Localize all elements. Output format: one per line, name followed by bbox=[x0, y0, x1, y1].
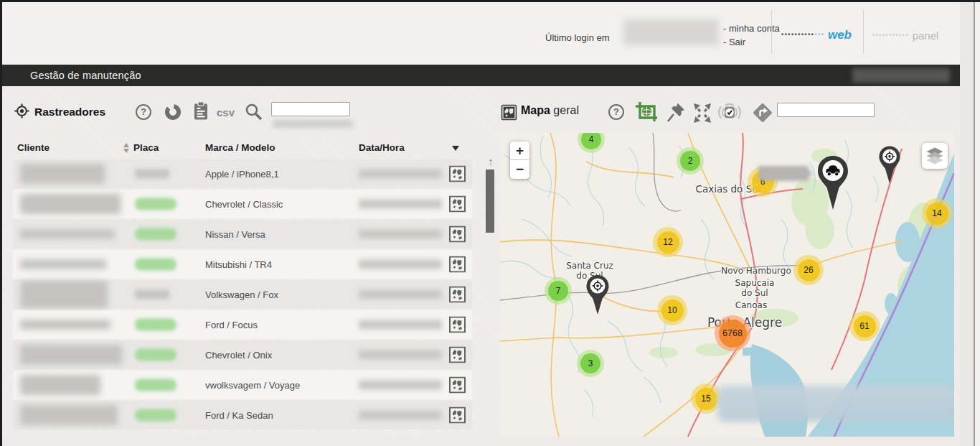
loading-donut-icon[interactable] bbox=[164, 103, 182, 121]
pushpin-icon[interactable] bbox=[666, 102, 686, 124]
cliente-redacted bbox=[20, 194, 121, 214]
user-name-redacted bbox=[623, 19, 719, 45]
redacted-action-button[interactable] bbox=[852, 68, 950, 83]
marca-modelo: Mitsubishi / TR4 bbox=[205, 259, 272, 270]
page-title: Gestão de manutenção bbox=[30, 70, 141, 81]
scrollbar-up-arrow[interactable]: ↑ bbox=[486, 155, 496, 168]
marca-modelo: vwolksvagem / Voyage bbox=[205, 380, 300, 391]
car-pin[interactable] bbox=[816, 155, 849, 210]
trackers-search-input[interactable] bbox=[271, 102, 350, 116]
data-hora-redacted bbox=[359, 169, 442, 179]
show-on-map-button[interactable] bbox=[449, 196, 466, 213]
trackers-table-body: Apple / iPhone8,1Chevrolet / ClassicNiss… bbox=[13, 159, 472, 431]
expand-icon[interactable] bbox=[691, 102, 714, 124]
tracker-row[interactable]: vwolksvagem / Voyage bbox=[13, 371, 472, 399]
data-hora-redacted bbox=[359, 290, 442, 299]
cluster-count: 4 bbox=[581, 133, 601, 149]
top-header: Último login em - minha conta - Sair •••… bbox=[2, 2, 960, 65]
col-data-hora[interactable]: Data/Hora bbox=[359, 142, 405, 153]
locate-pin-right[interactable] bbox=[878, 145, 901, 185]
cliente-redacted bbox=[20, 405, 118, 425]
map-title-rest: geral bbox=[550, 104, 579, 116]
cluster-marker-14[interactable]: 14 bbox=[922, 198, 952, 228]
map-canvas[interactable]: Caxias do SulSanta Cruzdo SulNovo Hambur… bbox=[500, 133, 954, 437]
tracker-row[interactable]: Apple / iPhone8,1 bbox=[13, 159, 472, 188]
show-on-map-button[interactable] bbox=[449, 226, 466, 243]
brand-logo-web[interactable]: ••••••••••••• web bbox=[781, 28, 852, 42]
cluster-count: 10 bbox=[661, 299, 684, 322]
show-on-map-button[interactable] bbox=[449, 347, 466, 363]
show-on-map-button[interactable] bbox=[449, 407, 466, 424]
cliente-redacted bbox=[20, 281, 108, 308]
cluster-marker-2[interactable]: 2 bbox=[677, 147, 704, 175]
layers-control[interactable] bbox=[922, 143, 948, 169]
tracker-row[interactable]: Mitsubishi / TR4 bbox=[13, 250, 472, 279]
col-placa[interactable]: Placa bbox=[133, 142, 159, 153]
radar-check-icon[interactable] bbox=[716, 100, 743, 125]
help-icon[interactable]: ? bbox=[136, 104, 151, 120]
col-marca-modelo[interactable]: Marca / Modelo bbox=[205, 142, 275, 153]
turn-route-icon[interactable] bbox=[753, 103, 773, 123]
cluster-count: 26 bbox=[798, 259, 820, 282]
cluster-marker-26[interactable]: 26 bbox=[793, 255, 824, 285]
cluster-marker-3[interactable]: 3 bbox=[577, 350, 604, 377]
cliente-redacted bbox=[20, 230, 115, 239]
city-label-novo-hamburgo: Novo Hamburgo bbox=[721, 266, 791, 277]
report-clipboard-icon[interactable] bbox=[193, 101, 209, 121]
cluster-marker-7[interactable]: 7 bbox=[545, 277, 572, 305]
trackers-table-header: Cliente Placa Marca / Modelo Data/Hora bbox=[13, 139, 472, 158]
map-panel-title: Mapa geral bbox=[521, 104, 579, 117]
show-on-map-button[interactable] bbox=[449, 287, 466, 303]
map-search-input[interactable] bbox=[777, 103, 875, 117]
cliente-redacted bbox=[20, 375, 100, 395]
cluster-count: 3 bbox=[580, 353, 600, 373]
show-on-map-button[interactable] bbox=[449, 377, 466, 394]
placa-badge-redacted bbox=[135, 228, 176, 241]
cluster-count: 12 bbox=[657, 231, 679, 254]
logout-link[interactable]: - Sair bbox=[723, 37, 745, 47]
target-icon bbox=[14, 103, 29, 119]
filter-caret-icon[interactable] bbox=[452, 146, 459, 151]
tracker-row[interactable]: Chevrolet / Onix bbox=[13, 340, 472, 369]
show-on-map-button[interactable] bbox=[449, 166, 466, 182]
tracker-row[interactable]: Ford / Ka Sedan bbox=[13, 401, 472, 429]
placa-badge-redacted bbox=[135, 409, 176, 422]
trackers-panel-title: Rastreadores bbox=[34, 106, 105, 119]
marca-modelo: Ford / Focus bbox=[205, 320, 258, 330]
show-on-map-button[interactable] bbox=[449, 256, 466, 273]
brand-web-dots: •••••••••• bbox=[781, 31, 815, 38]
zoom-out-button[interactable]: − bbox=[510, 160, 529, 179]
cliente-redacted bbox=[20, 320, 110, 330]
map-title-bold: Mapa bbox=[521, 104, 550, 116]
tracker-row[interactable]: Ford / Focus bbox=[13, 310, 472, 339]
cluster-marker-12[interactable]: 12 bbox=[653, 227, 683, 257]
scrollbar-thumb[interactable] bbox=[486, 169, 494, 233]
placa-badge-redacted bbox=[135, 259, 176, 271]
marca-modelo: Nissan / Versa bbox=[205, 229, 265, 240]
cluster-marker-61[interactable]: 61 bbox=[849, 311, 880, 341]
locate-pin-santa-cruz[interactable] bbox=[585, 274, 610, 315]
search-caption-redacted bbox=[273, 120, 353, 128]
brand-panel-dots: ••••••••••• bbox=[872, 32, 909, 39]
window-left-edge bbox=[0, 0, 2, 446]
search-icon[interactable] bbox=[245, 103, 263, 121]
app-window: Último login em - minha conta - Sair •••… bbox=[0, 0, 980, 446]
col-cliente[interactable]: Cliente bbox=[17, 142, 50, 153]
csv-export-button[interactable]: csv bbox=[217, 106, 235, 119]
cluster-marker-10[interactable]: 10 bbox=[657, 295, 687, 325]
zoom-in-button[interactable]: + bbox=[510, 141, 529, 160]
tracker-row[interactable]: Volkswagen / Fox bbox=[13, 280, 472, 309]
brand-web-label: web bbox=[828, 28, 852, 42]
tracker-row[interactable]: Nissan / Versa bbox=[13, 220, 472, 248]
cluster-count: 7 bbox=[548, 281, 568, 301]
crop-area-icon[interactable] bbox=[633, 101, 660, 124]
cluster-marker-15[interactable]: 15 bbox=[691, 384, 721, 414]
cluster-marker-6768[interactable]: 6768 bbox=[715, 315, 750, 351]
show-on-map-button[interactable] bbox=[449, 317, 466, 333]
sort-icon[interactable] bbox=[123, 141, 130, 154]
map-help-icon[interactable]: ? bbox=[608, 104, 624, 120]
tracker-row[interactable]: Chevrolet / Classic bbox=[13, 190, 472, 218]
right-gutter bbox=[960, 2, 980, 446]
brand-logo-panel[interactable]: ••••••••••• panel bbox=[872, 29, 938, 42]
city-label-canoas: Canoas bbox=[735, 301, 767, 311]
